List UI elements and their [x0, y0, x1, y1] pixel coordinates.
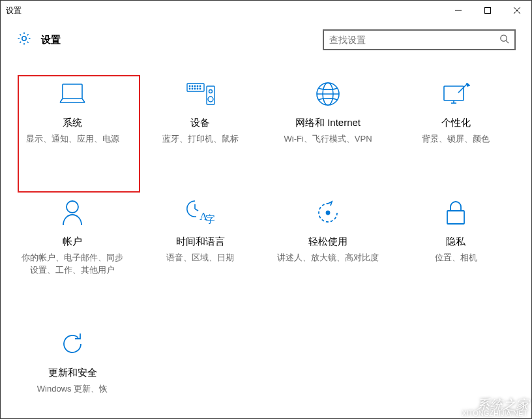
window-controls: [443, 1, 531, 20]
svg-rect-25: [444, 86, 464, 101]
svg-point-28: [66, 201, 78, 213]
tile-network[interactable]: 网络和 Internet Wi-Fi、飞行模式、VPN: [264, 72, 392, 152]
tile-ease-of-access[interactable]: 轻松使用 讲述人、放大镜、高对比度: [264, 191, 392, 283]
tile-title: 设备: [190, 117, 210, 129]
watermark: 系统之家 XITONGZHIJIA.NET: [447, 394, 529, 416]
gear-icon: [16, 31, 32, 49]
watermark-url: XITONGZHIJIA.NET: [462, 409, 527, 417]
tile-personalization[interactable]: 个性化 背景、锁屏、颜色: [392, 72, 520, 152]
close-button[interactable]: [502, 1, 531, 20]
personalize-icon: [441, 79, 470, 109]
tile-devices[interactable]: 设备 蓝牙、打印机、鼠标: [136, 72, 264, 152]
svg-line-6: [506, 40, 509, 43]
update-icon: [59, 329, 85, 359]
svg-point-12: [197, 85, 198, 86]
tile-title: 更新和安全: [48, 367, 97, 379]
search-box[interactable]: [323, 29, 516, 50]
tile-time-language[interactable]: A 字 时间和语言 语音、区域、日期: [136, 191, 264, 283]
tile-desc: Windows 更新、恢: [37, 383, 108, 396]
tile-title: 时间和语言: [176, 236, 225, 248]
svg-point-15: [192, 88, 192, 89]
svg-point-21: [208, 97, 213, 102]
tile-title: 帐户: [63, 236, 82, 248]
tile-desc: 讲述人、放大镜、高对比度: [277, 252, 379, 264]
tile-accounts[interactable]: 帐户 你的帐户、电子邮件、同步设置、工作、其他用户: [8, 191, 136, 283]
tile-desc: 位置、相机: [435, 252, 477, 264]
tile-system[interactable]: 系统 显示、通知、应用、电源: [8, 72, 136, 152]
minimize-button[interactable]: [443, 1, 473, 20]
svg-point-10: [192, 85, 192, 86]
svg-line-30: [195, 209, 198, 211]
svg-rect-7: [63, 84, 82, 99]
svg-point-33: [327, 211, 330, 214]
ease-of-access-icon: [315, 198, 341, 228]
tile-title: 轻松使用: [308, 236, 347, 248]
header-left: 设置: [16, 31, 61, 49]
globe-icon: [315, 79, 341, 109]
svg-text:字: 字: [205, 214, 214, 225]
svg-point-11: [194, 85, 195, 86]
tile-desc: 显示、通知、应用、电源: [26, 133, 119, 146]
tile-title: 网络和 Internet: [295, 117, 361, 129]
time-language-icon: A 字: [186, 198, 214, 228]
tile-title: 个性化: [441, 117, 471, 129]
categories-grid: 系统 显示、通知、应用、电源 设备 蓝牙、打印机、鼠标: [1, 59, 531, 414]
svg-point-13: [200, 85, 200, 86]
svg-point-9: [189, 85, 190, 86]
tile-desc: 蓝牙、打印机、鼠标: [162, 133, 239, 146]
svg-rect-34: [447, 211, 464, 224]
svg-rect-8: [187, 84, 204, 91]
tile-update-security[interactable]: 更新和安全 Windows 更新、恢: [8, 322, 136, 402]
tile-title: 隐私: [446, 236, 466, 248]
tile-privacy[interactable]: 隐私 位置、相机: [392, 191, 520, 283]
settings-window: 设置 设置: [0, 0, 532, 419]
maximize-button[interactable]: [473, 1, 502, 20]
svg-point-18: [200, 88, 200, 89]
page-title: 设置: [41, 34, 61, 46]
svg-point-17: [197, 88, 198, 89]
tile-title: 系统: [63, 117, 82, 129]
search-input[interactable]: [329, 35, 499, 45]
tile-desc: 你的帐户、电子邮件、同步设置、工作、其他用户: [20, 252, 125, 277]
svg-point-20: [209, 90, 213, 93]
person-icon: [61, 198, 84, 228]
tile-desc: Wi-Fi、飞行模式、VPN: [284, 133, 372, 146]
header: 设置: [1, 20, 531, 59]
svg-point-5: [501, 35, 507, 40]
svg-point-14: [189, 88, 190, 89]
search-icon: [499, 34, 509, 46]
svg-rect-1: [484, 8, 490, 14]
lock-icon: [445, 198, 467, 228]
titlebar: 设置: [1, 1, 531, 20]
laptop-icon: [57, 79, 87, 109]
svg-point-16: [194, 88, 195, 89]
tile-desc: 背景、锁屏、颜色: [422, 133, 490, 146]
svg-point-4: [22, 37, 26, 40]
window-title: 设置: [6, 5, 22, 16]
tile-desc: 语音、区域、日期: [166, 252, 234, 264]
devices-icon: [185, 79, 216, 109]
